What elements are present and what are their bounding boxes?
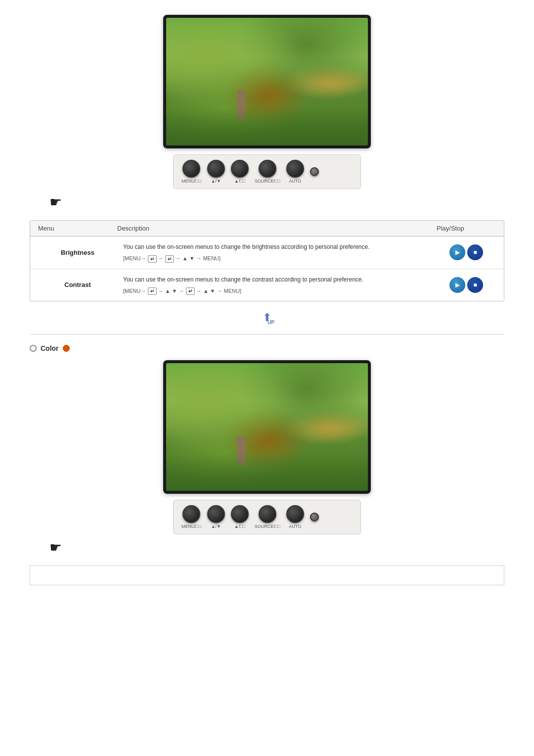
btn-auto-1[interactable] — [286, 160, 304, 178]
btn-auto-label-1: AUTO — [289, 179, 301, 184]
screen-nature-2 — [166, 363, 368, 491]
control-panel-2: MENU/□□ ▲/▼ ▲/□□ SOURCE/□□ AUTO — [173, 500, 361, 534]
btn-updown-label-2: ▲/□□ — [234, 524, 245, 529]
color-dot-empty — [30, 345, 37, 352]
monitor-frame-1 — [163, 15, 371, 148]
bottom-footer — [30, 566, 504, 585]
monitor-frame-2 — [163, 360, 371, 494]
btn-power-1[interactable] — [310, 167, 319, 176]
header-menu: Menu — [38, 225, 117, 232]
btn-group-adjust-2: ▲/▼ — [207, 505, 225, 529]
monitor-section-1: MENU/□□ ▲/▼ ▲/□□ SOURCE/□□ AUTO — [30, 15, 504, 210]
header-playstop: Play/Stop — [437, 225, 496, 232]
color-section: Color MENU/□□ ▲/▼ — [30, 344, 504, 556]
description-brightness: You can use the on-screen menus to chang… — [117, 242, 437, 263]
btn-updown-label-1: ▲/□□ — [234, 179, 245, 184]
btn-group-adjust-1: ▲/▼ — [207, 160, 225, 184]
btn-source-label-1: SOURCE/□□ — [255, 179, 280, 184]
monitor-screen-1 — [166, 18, 368, 145]
section-divider — [30, 334, 504, 334]
hand-cursor-icon-2: ☛ — [49, 539, 62, 556]
btn-auto-label-2: AUTO — [289, 524, 301, 529]
key-enter-3: ↵ — [148, 287, 157, 295]
btn-menu-label-1: MENU/□□ — [181, 179, 201, 184]
btn-menu-1[interactable] — [182, 160, 200, 178]
up-arrow: ⬆ UP — [263, 311, 271, 324]
btn-source-2[interactable] — [259, 505, 276, 523]
settings-table: Menu Description Play/Stop Brightness Yo… — [30, 220, 504, 301]
monitor-screen-2 — [166, 363, 368, 491]
key-enter-2: ↵ — [165, 255, 174, 263]
up-arrow-section: ⬆ UP — [30, 311, 504, 324]
color-section-label: Color — [41, 344, 59, 352]
btn-updown-2[interactable] — [231, 505, 249, 523]
btn-adjust-label-2: ▲/▼ — [211, 524, 221, 529]
header-description: Description — [117, 225, 437, 232]
btn-group-auto-1: AUTO — [286, 160, 304, 184]
page-wrapper: MENU/□□ ▲/▼ ▲/□□ SOURCE/□□ AUTO — [0, 0, 534, 600]
btn-power-2[interactable] — [310, 513, 319, 521]
up-label: UP — [267, 320, 274, 325]
btn-source-1[interactable] — [259, 160, 276, 178]
desc-contrast-instruction: [MENU→ ↵ → ▲ ▼ → ↵ → ▲ ▼ → MENU] — [123, 287, 431, 295]
table-row-contrast: Contrast You can use the on-screen menus… — [30, 269, 504, 301]
desc-contrast-main: You can use the on-screen menus to chang… — [123, 275, 431, 284]
control-panel-1: MENU/□□ ▲/▼ ▲/□□ SOURCE/□□ AUTO — [173, 154, 361, 189]
btn-group-updown-2: ▲/□□ — [231, 505, 249, 529]
description-contrast: You can use the on-screen menus to chang… — [117, 275, 437, 295]
menu-label-contrast: Contrast — [38, 281, 117, 288]
stop-btn-brightness[interactable]: ■ — [467, 244, 483, 260]
btn-adjust-2[interactable] — [207, 505, 225, 523]
stop-btn-contrast[interactable]: ■ — [467, 277, 483, 293]
play-btn-contrast[interactable]: ▶ — [449, 277, 465, 293]
playstop-contrast: ▶ ■ — [437, 277, 496, 293]
btn-group-source-1: SOURCE/□□ — [255, 160, 280, 184]
monitor-section-2: MENU/□□ ▲/▼ ▲/□□ SOURCE/□□ AUTO — [30, 360, 504, 556]
btn-group-source-2: SOURCE/□□ — [255, 505, 280, 529]
btn-menu-2[interactable] — [182, 505, 200, 523]
key-enter-4: ↵ — [186, 287, 195, 295]
color-dot-filled — [63, 345, 70, 352]
screen-nature-1 — [166, 18, 368, 145]
btn-adjust-1[interactable] — [207, 160, 225, 178]
desc-brightness-main: You can use the on-screen menus to chang… — [123, 242, 431, 251]
btn-group-auto-2: AUTO — [286, 505, 304, 529]
btn-group-updown-1: ▲/□□ — [231, 160, 249, 184]
key-enter-1: ↵ — [148, 255, 157, 263]
btn-menu-label-2: MENU/□□ — [181, 524, 201, 529]
playstop-brightness: ▶ ■ — [437, 244, 496, 260]
color-section-header: Color — [30, 344, 504, 352]
hand-cursor-icon-1: ☛ — [49, 194, 62, 210]
table-row-brightness: Brightness You can use the on-screen men… — [30, 236, 504, 269]
desc-brightness-instruction: [MENU→ ↵ → ↵ → ▲ ▼ → MENU] — [123, 254, 431, 263]
btn-adjust-label-1: ▲/▼ — [211, 179, 221, 184]
btn-group-power-1 — [310, 167, 319, 176]
btn-source-label-2: SOURCE/□□ — [255, 524, 280, 529]
btn-updown-1[interactable] — [231, 160, 249, 178]
btn-group-menu-2: MENU/□□ — [181, 505, 201, 529]
play-btn-brightness[interactable]: ▶ — [449, 244, 465, 260]
btn-group-power-2 — [310, 513, 319, 521]
table-header: Menu Description Play/Stop — [30, 221, 504, 236]
btn-group-menu-1: MENU/□□ — [181, 160, 201, 184]
menu-label-brightness: Brightness — [38, 249, 117, 256]
btn-auto-2[interactable] — [286, 505, 304, 523]
